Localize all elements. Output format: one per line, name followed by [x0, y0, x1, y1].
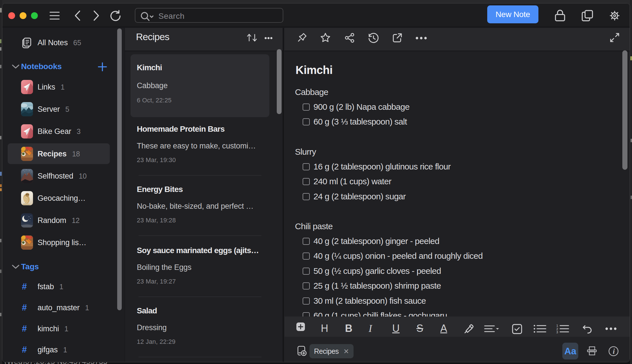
svg-text:3: 3 — [556, 330, 558, 334]
svg-text:i: i — [613, 348, 615, 355]
svg-text:1: 1 — [556, 324, 558, 327]
